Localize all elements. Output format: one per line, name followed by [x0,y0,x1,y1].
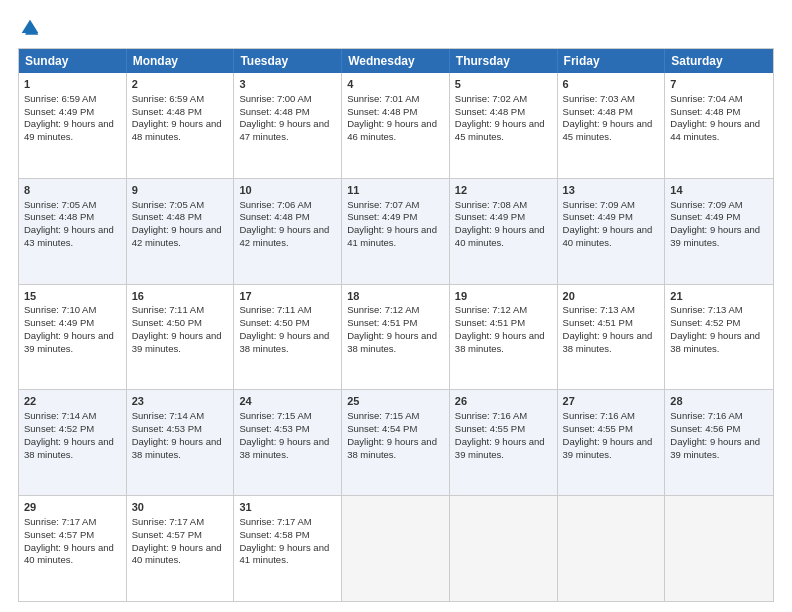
daylight-text: Daylight: 9 hours and 38 minutes. [670,330,760,354]
day-cell-15: 15Sunrise: 7:10 AMSunset: 4:49 PMDayligh… [19,285,127,390]
day-number: 26 [455,394,552,409]
sunset-text: Sunset: 4:53 PM [239,423,309,434]
day-number: 23 [132,394,229,409]
sunset-text: Sunset: 4:51 PM [347,317,417,328]
header-friday: Friday [558,49,666,73]
daylight-text: Daylight: 9 hours and 38 minutes. [239,436,329,460]
sunrise-text: Sunrise: 7:00 AM [239,93,311,104]
day-cell-28: 28Sunrise: 7:16 AMSunset: 4:56 PMDayligh… [665,390,773,495]
sunrise-text: Sunrise: 7:02 AM [455,93,527,104]
day-cell-11: 11Sunrise: 7:07 AMSunset: 4:49 PMDayligh… [342,179,450,284]
day-cell-3: 3Sunrise: 7:00 AMSunset: 4:48 PMDaylight… [234,73,342,178]
day-number: 9 [132,183,229,198]
header [18,18,774,38]
day-cell-18: 18Sunrise: 7:12 AMSunset: 4:51 PMDayligh… [342,285,450,390]
sunrise-text: Sunrise: 7:05 AM [24,199,96,210]
sunset-text: Sunset: 4:52 PM [24,423,94,434]
daylight-text: Daylight: 9 hours and 46 minutes. [347,118,437,142]
day-cell-10: 10Sunrise: 7:06 AMSunset: 4:48 PMDayligh… [234,179,342,284]
day-number: 7 [670,77,768,92]
sunrise-text: Sunrise: 7:13 AM [670,304,742,315]
sunset-text: Sunset: 4:49 PM [563,211,633,222]
header-tuesday: Tuesday [234,49,342,73]
logo [18,18,40,38]
sunset-text: Sunset: 4:54 PM [347,423,417,434]
sunrise-text: Sunrise: 7:17 AM [132,516,204,527]
day-cell-5: 5Sunrise: 7:02 AMSunset: 4:48 PMDaylight… [450,73,558,178]
day-number: 5 [455,77,552,92]
day-number: 4 [347,77,444,92]
sunrise-text: Sunrise: 7:04 AM [670,93,742,104]
sunset-text: Sunset: 4:49 PM [455,211,525,222]
sunset-text: Sunset: 4:52 PM [670,317,740,328]
sunrise-text: Sunrise: 7:16 AM [563,410,635,421]
page: Sunday Monday Tuesday Wednesday Thursday… [0,0,792,612]
day-cell-23: 23Sunrise: 7:14 AMSunset: 4:53 PMDayligh… [127,390,235,495]
calendar-row-2: 8Sunrise: 7:05 AMSunset: 4:48 PMDaylight… [19,179,773,285]
daylight-text: Daylight: 9 hours and 49 minutes. [24,118,114,142]
day-number: 30 [132,500,229,515]
daylight-text: Daylight: 9 hours and 38 minutes. [563,330,653,354]
daylight-text: Daylight: 9 hours and 44 minutes. [670,118,760,142]
calendar-row-4: 22Sunrise: 7:14 AMSunset: 4:52 PMDayligh… [19,390,773,496]
sunrise-text: Sunrise: 7:12 AM [347,304,419,315]
daylight-text: Daylight: 9 hours and 38 minutes. [347,436,437,460]
day-number: 6 [563,77,660,92]
sunset-text: Sunset: 4:49 PM [670,211,740,222]
sunset-text: Sunset: 4:55 PM [563,423,633,434]
daylight-text: Daylight: 9 hours and 39 minutes. [24,330,114,354]
day-cell-4: 4Sunrise: 7:01 AMSunset: 4:48 PMDaylight… [342,73,450,178]
day-number: 24 [239,394,336,409]
daylight-text: Daylight: 9 hours and 38 minutes. [24,436,114,460]
sunset-text: Sunset: 4:48 PM [132,211,202,222]
sunset-text: Sunset: 4:56 PM [670,423,740,434]
sunrise-text: Sunrise: 7:05 AM [132,199,204,210]
day-cell-29: 29Sunrise: 7:17 AMSunset: 4:57 PMDayligh… [19,496,127,601]
day-cell-30: 30Sunrise: 7:17 AMSunset: 4:57 PMDayligh… [127,496,235,601]
sunrise-text: Sunrise: 7:09 AM [670,199,742,210]
sunrise-text: Sunrise: 7:12 AM [455,304,527,315]
daylight-text: Daylight: 9 hours and 39 minutes. [670,436,760,460]
day-number: 10 [239,183,336,198]
day-cell-13: 13Sunrise: 7:09 AMSunset: 4:49 PMDayligh… [558,179,666,284]
daylight-text: Daylight: 9 hours and 40 minutes. [563,224,653,248]
daylight-text: Daylight: 9 hours and 39 minutes. [563,436,653,460]
sunrise-text: Sunrise: 7:15 AM [347,410,419,421]
sunrise-text: Sunrise: 7:16 AM [670,410,742,421]
sunrise-text: Sunrise: 7:03 AM [563,93,635,104]
day-cell-17: 17Sunrise: 7:11 AMSunset: 4:50 PMDayligh… [234,285,342,390]
calendar-body: 1Sunrise: 6:59 AMSunset: 4:49 PMDaylight… [19,73,773,601]
sunset-text: Sunset: 4:55 PM [455,423,525,434]
daylight-text: Daylight: 9 hours and 42 minutes. [239,224,329,248]
sunset-text: Sunset: 4:48 PM [239,211,309,222]
calendar-header: Sunday Monday Tuesday Wednesday Thursday… [19,49,773,73]
empty-cell [450,496,558,601]
sunset-text: Sunset: 4:48 PM [239,106,309,117]
day-number: 20 [563,289,660,304]
daylight-text: Daylight: 9 hours and 39 minutes. [455,436,545,460]
sunrise-text: Sunrise: 7:11 AM [239,304,311,315]
sunset-text: Sunset: 4:57 PM [24,529,94,540]
daylight-text: Daylight: 9 hours and 41 minutes. [239,542,329,566]
daylight-text: Daylight: 9 hours and 38 minutes. [347,330,437,354]
day-cell-20: 20Sunrise: 7:13 AMSunset: 4:51 PMDayligh… [558,285,666,390]
sunset-text: Sunset: 4:48 PM [670,106,740,117]
sunset-text: Sunset: 4:50 PM [132,317,202,328]
logo-icon [20,18,40,38]
day-cell-22: 22Sunrise: 7:14 AMSunset: 4:52 PMDayligh… [19,390,127,495]
day-cell-12: 12Sunrise: 7:08 AMSunset: 4:49 PMDayligh… [450,179,558,284]
sunset-text: Sunset: 4:49 PM [347,211,417,222]
daylight-text: Daylight: 9 hours and 41 minutes. [347,224,437,248]
day-number: 12 [455,183,552,198]
day-cell-27: 27Sunrise: 7:16 AMSunset: 4:55 PMDayligh… [558,390,666,495]
day-number: 25 [347,394,444,409]
sunrise-text: Sunrise: 7:10 AM [24,304,96,315]
daylight-text: Daylight: 9 hours and 38 minutes. [239,330,329,354]
sunrise-text: Sunrise: 7:17 AM [24,516,96,527]
empty-cell [558,496,666,601]
sunrise-text: Sunrise: 6:59 AM [132,93,204,104]
day-number: 22 [24,394,121,409]
empty-cell [665,496,773,601]
header-wednesday: Wednesday [342,49,450,73]
day-number: 18 [347,289,444,304]
